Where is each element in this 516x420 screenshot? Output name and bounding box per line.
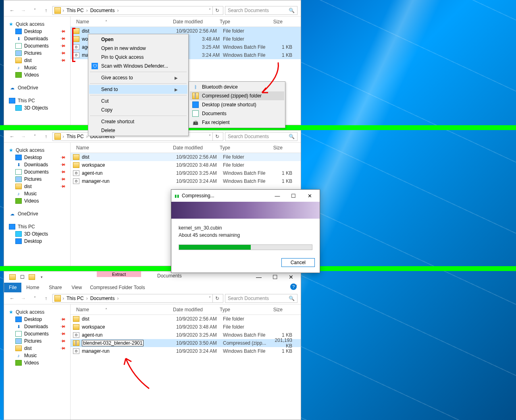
- menu-delete[interactable]: Delete: [89, 126, 187, 135]
- ribbon-file-tab[interactable]: File: [4, 283, 21, 292]
- breadcrumb-thispc[interactable]: This PC: [66, 296, 85, 301]
- addr-dropdown-icon[interactable]: ˅: [209, 134, 211, 139]
- search-input[interactable]: Search Documents 🔍: [225, 294, 298, 303]
- col-name[interactable]: Name˄: [73, 19, 170, 25]
- menu-open-new-window[interactable]: Open in new window: [89, 44, 187, 53]
- sidebar-item-music[interactable]: ♪Music: [4, 64, 70, 71]
- menu-pin-quickaccess[interactable]: Pin to Quick access: [89, 53, 187, 62]
- address-bar[interactable]: › This PC › Documents › ˅ ↻: [52, 294, 223, 303]
- sidebar-item-desktop[interactable]: Desktop📌: [4, 154, 70, 161]
- sidebar-item-pictures[interactable]: Pictures📌: [4, 50, 70, 57]
- search-input[interactable]: Search Documents 🔍: [225, 6, 298, 15]
- file-row[interactable]: manager-run10/9/2020 3:24 AMWindows Batc…: [71, 177, 301, 185]
- breadcrumb-thispc[interactable]: This PC: [66, 8, 85, 13]
- col-type[interactable]: Type: [216, 307, 261, 312]
- col-size[interactable]: Size: [261, 307, 286, 312]
- col-date[interactable]: Date modified: [170, 307, 216, 312]
- minimize-button[interactable]: —: [270, 191, 284, 200]
- col-type[interactable]: Type: [216, 145, 261, 151]
- sidebar-item-desktop[interactable]: Desktop📌: [4, 316, 70, 323]
- sidebar-item-downloads[interactable]: ⬇Downloads📌: [4, 323, 70, 330]
- file-row[interactable]: workspace10/9/2020 3:48 AMFile folder: [71, 161, 301, 169]
- nav-recent-icon[interactable]: ˅: [30, 6, 40, 15]
- col-name[interactable]: Name: [73, 145, 170, 151]
- col-date[interactable]: Date modified: [170, 145, 216, 151]
- search-input[interactable]: Search Documents 🔍: [225, 132, 298, 141]
- breadcrumb-thispc[interactable]: This PC: [66, 134, 85, 139]
- breadcrumb-documents[interactable]: Documents: [89, 8, 116, 13]
- col-size[interactable]: Size: [261, 145, 286, 151]
- minimize-button[interactable]: —: [251, 271, 267, 283]
- nav-back-icon[interactable]: ←: [7, 132, 17, 141]
- sidebar-item-dist[interactable]: dist📌: [4, 345, 70, 352]
- file-row[interactable]: manager-run10/9/2020 3:24 AMWindows Batc…: [71, 347, 301, 355]
- nav-up-icon[interactable]: ↑: [41, 294, 51, 303]
- sidebar-item-videos[interactable]: Videos: [4, 197, 70, 205]
- menu-create-shortcut[interactable]: Create shortcut: [89, 117, 187, 126]
- file-row[interactable]: dist10/9/2020 2:56 AMFile folder: [71, 315, 301, 323]
- sidebar-item-music[interactable]: ♪Music: [4, 190, 70, 197]
- sidebar-item-videos[interactable]: Videos: [4, 71, 70, 79]
- breadcrumb-documents[interactable]: Documents: [89, 296, 116, 301]
- qat-explorer-icon[interactable]: [8, 273, 17, 281]
- nav-forward-icon[interactable]: →: [19, 294, 28, 303]
- sidebar-item-music[interactable]: ♪Music: [4, 352, 70, 359]
- sidebar-onedrive[interactable]: ☁OneDrive: [4, 210, 70, 217]
- sidebar-item-videos[interactable]: Videos: [4, 359, 70, 366]
- file-row[interactable]: agent-run10/9/2020 3:25 AMWindows Batch …: [71, 169, 301, 177]
- ribbon-extract-tab[interactable]: Compressed Folder Tools: [87, 283, 148, 292]
- close-button[interactable]: ✕: [283, 271, 299, 283]
- sidebar-item-dist[interactable]: dist📌: [4, 57, 70, 64]
- rename-input[interactable]: blendnet-032_blender-2901: [82, 340, 144, 346]
- close-button[interactable]: ✕: [303, 191, 316, 200]
- nav-back-icon[interactable]: ←: [7, 6, 17, 15]
- ribbon-home-tab[interactable]: Home: [21, 283, 44, 292]
- dialog-titlebar[interactable]: ▮▮ Compressing... — ☐ ✕: [171, 190, 320, 202]
- qat-dropdown-icon[interactable]: ▾: [37, 273, 46, 281]
- ribbon-share-tab[interactable]: Share: [44, 283, 67, 292]
- menu-cut[interactable]: Cut: [89, 97, 187, 106]
- sidebar-quickaccess[interactable]: ★Quick access: [4, 21, 70, 28]
- col-type[interactable]: Type: [216, 19, 261, 25]
- file-row[interactable]: agent-run10/9/2020 3:25 AMWindows Batch …: [71, 331, 301, 339]
- file-row[interactable]: blendnet-032_blender-290110/9/2020 3:50 …: [71, 339, 301, 347]
- maximize-button[interactable]: ☐: [287, 191, 300, 200]
- sidebar-thispc[interactable]: This PC: [4, 223, 70, 230]
- sidebar-item-pictures[interactable]: Pictures📌: [4, 176, 70, 183]
- file-row[interactable]: workspace10/9/2020 3:48 AMFile folder: [71, 323, 301, 331]
- refresh-icon[interactable]: ↻: [212, 132, 221, 141]
- sidebar-item-documents[interactable]: Documents📌: [4, 168, 70, 176]
- nav-recent-icon[interactable]: ˅: [30, 132, 40, 141]
- addr-dropdown-icon[interactable]: ˅: [209, 296, 211, 300]
- maximize-button[interactable]: ☐: [267, 271, 283, 283]
- menu-scan-defender[interactable]: 🛡Scan with Windows Defender...: [89, 62, 187, 70]
- sidebar-item-dist[interactable]: dist📌: [4, 183, 70, 190]
- sidebar-item-documents[interactable]: Documents📌: [4, 42, 70, 50]
- nav-forward-icon[interactable]: →: [19, 132, 28, 141]
- submenu-desktop-shortcut[interactable]: Desktop (create shortcut): [190, 100, 284, 109]
- sidebar-item-3dobjects[interactable]: 3D Objects: [4, 230, 70, 238]
- sidebar-thispc[interactable]: This PC: [4, 97, 70, 104]
- file-row[interactable]: dist10/9/2020 2:56 AMFile folder: [71, 153, 301, 161]
- col-date[interactable]: Date modified: [170, 19, 216, 25]
- submenu-compressed-folder[interactable]: Compressed (zipped) folder: [190, 91, 284, 100]
- sidebar-quickaccess[interactable]: ★Quick access: [4, 308, 70, 316]
- qat-newfolder-icon[interactable]: [27, 273, 36, 281]
- nav-up-icon[interactable]: ↑: [41, 132, 51, 141]
- refresh-icon[interactable]: ↻: [212, 6, 221, 15]
- sidebar-item-pictures[interactable]: Pictures📌: [4, 337, 70, 345]
- cancel-button[interactable]: Cancel: [281, 258, 315, 267]
- sidebar-onedrive[interactable]: ☁OneDrive: [4, 84, 70, 91]
- sidebar-item-desktop[interactable]: Desktop📌: [4, 28, 70, 35]
- nav-up-icon[interactable]: ↑: [41, 6, 51, 15]
- submenu-bluetooth[interactable]: ᛒBluetooth device: [190, 83, 284, 91]
- address-bar[interactable]: › This PC › Documents › ˅ ↻: [52, 6, 223, 15]
- sidebar-item-downloads[interactable]: ⬇Downloads📌: [4, 35, 70, 42]
- menu-give-access[interactable]: Give access to▶: [89, 73, 187, 82]
- sidebar-item-documents[interactable]: Documents📌: [4, 330, 70, 337]
- nav-back-icon[interactable]: ←: [7, 294, 17, 303]
- menu-copy[interactable]: Copy: [89, 106, 187, 114]
- nav-recent-icon[interactable]: ˅: [30, 294, 40, 303]
- addr-dropdown-icon[interactable]: ˅: [209, 8, 211, 12]
- help-icon[interactable]: ?: [290, 283, 297, 290]
